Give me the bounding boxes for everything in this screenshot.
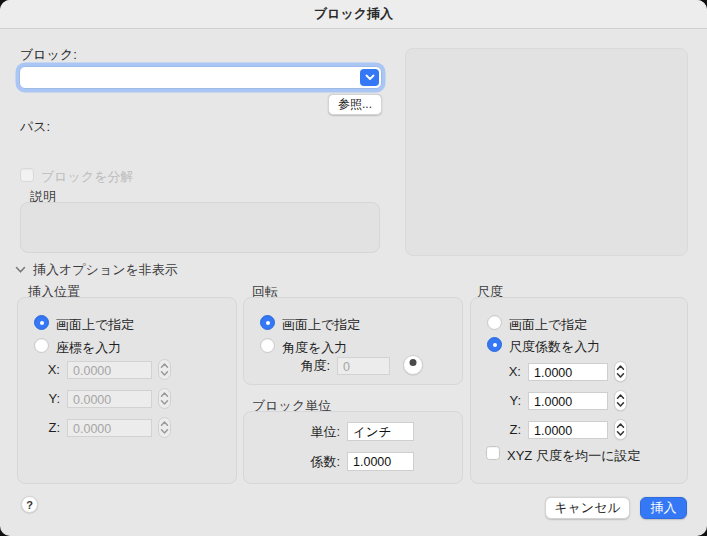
options-disclosure[interactable]: 挿入オプションを非表示 <box>15 261 178 279</box>
x-label: X: <box>503 364 521 379</box>
scale-x-field[interactable]: 1.0000 <box>528 363 608 381</box>
scale-x-stepper[interactable] <box>614 361 627 382</box>
rotation-screen-label: 画面上で指定 <box>282 316 360 334</box>
uniform-scale-checkbox[interactable] <box>486 446 500 460</box>
angle-row: 角度: 0 <box>297 357 390 375</box>
question-mark-icon: ? <box>26 499 33 511</box>
titlebar: ブロック挿入 <box>0 0 707 29</box>
angle-field-label: 角度: <box>297 357 330 375</box>
help-button[interactable]: ? <box>21 496 38 513</box>
factor-field[interactable]: 1.0000 <box>347 452 414 471</box>
chevron-down-icon <box>15 266 26 274</box>
y-label: Y: <box>503 393 521 408</box>
scale-factors-radio[interactable] <box>487 337 502 352</box>
block-insert-dialog: ブロック挿入 ブロック: 参照... パス: ブロックを分解 説明 挿入オプショ… <box>0 0 707 536</box>
scale-factors-label: 尺度係数を入力 <box>509 338 600 356</box>
block-combobox[interactable] <box>19 66 382 89</box>
unit-field[interactable]: インチ <box>347 422 414 441</box>
angle-field[interactable]: 0 <box>337 357 390 375</box>
scale-screen-radio[interactable] <box>487 315 502 330</box>
scale-z-field[interactable]: 1.0000 <box>528 421 608 439</box>
cancel-button[interactable]: キャンセル <box>545 497 630 519</box>
unit-row: 単位: インチ <box>290 422 414 441</box>
z-label: Z: <box>503 422 521 437</box>
description-textarea[interactable] <box>20 202 380 253</box>
factor-label: 係数: <box>290 453 340 471</box>
options-disclosure-label: 挿入オプションを非表示 <box>33 261 178 279</box>
insert-x-stepper[interactable] <box>158 359 171 380</box>
chevron-down-icon[interactable] <box>360 69 379 86</box>
uniform-scale-label: XYZ 尺度を均一に設定 <box>507 447 641 465</box>
rotation-angle-label: 角度を入力 <box>282 339 347 357</box>
insert-position-screen-radio[interactable] <box>34 315 49 330</box>
insert-position-coords-radio[interactable] <box>34 338 49 353</box>
scale-y-field[interactable]: 1.0000 <box>528 392 608 410</box>
scale-z-row: Z: 1.0000 <box>503 419 627 440</box>
insert-z-stepper[interactable] <box>158 417 171 438</box>
x-label: X: <box>42 362 60 377</box>
explode-block-label: ブロックを分解 <box>41 168 134 186</box>
block-preview-pane <box>405 48 688 256</box>
insert-button[interactable]: 挿入 <box>640 497 687 519</box>
angle-dial-dot-icon[interactable] <box>403 355 423 375</box>
insert-y-stepper[interactable] <box>158 388 171 409</box>
insert-x-field[interactable]: 0.0000 <box>67 361 152 379</box>
insert-position-screen-label: 画面上で指定 <box>56 316 134 334</box>
insert-position-z-row: Z: 0.0000 <box>42 417 171 438</box>
insert-position-coords-label: 座標を入力 <box>56 339 121 357</box>
dialog-title: ブロック挿入 <box>314 5 393 23</box>
scale-y-stepper[interactable] <box>614 390 627 411</box>
scale-x-row: X: 1.0000 <box>503 361 627 382</box>
block-label: ブロック: <box>20 46 77 64</box>
insert-position-y-row: Y: 0.0000 <box>42 388 171 409</box>
unit-label: 単位: <box>290 423 340 441</box>
insert-position-x-row: X: 0.0000 <box>42 359 171 380</box>
browse-button[interactable]: 参照... <box>328 94 382 115</box>
z-label: Z: <box>42 420 60 435</box>
rotation-screen-radio[interactable] <box>260 315 275 330</box>
explode-block-checkbox[interactable] <box>20 168 34 182</box>
y-label: Y: <box>42 391 60 406</box>
factor-row: 係数: 1.0000 <box>290 452 414 471</box>
insert-z-field[interactable]: 0.0000 <box>67 419 152 437</box>
path-label: パス: <box>20 118 50 136</box>
scale-z-stepper[interactable] <box>614 419 627 440</box>
rotation-angle-radio[interactable] <box>260 338 275 353</box>
scale-screen-label: 画面上で指定 <box>509 316 587 334</box>
scale-y-row: Y: 1.0000 <box>503 390 627 411</box>
insert-y-field[interactable]: 0.0000 <box>67 390 152 408</box>
